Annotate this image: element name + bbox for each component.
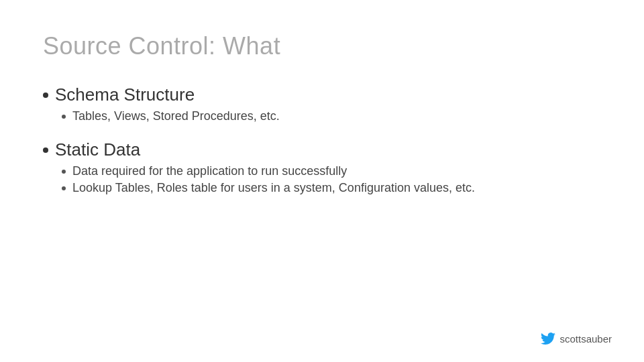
- static-data-sub-bullet-1: Lookup Tables, Roles table for users in …: [62, 181, 601, 195]
- schema-sub-text-0: Tables, Views, Stored Procedures, etc.: [72, 109, 280, 123]
- static-data-sub-text-1: Lookup Tables, Roles table for users in …: [72, 181, 475, 195]
- section-schema: Schema Structure Tables, Views, Stored P…: [43, 84, 601, 123]
- static-data-sub-bullet-0: Data required for the application to run…: [62, 164, 601, 178]
- content-area: Schema Structure Tables, Views, Stored P…: [43, 84, 601, 195]
- schema-bullet-dot: [43, 93, 48, 98]
- static-data-main-text: Static Data: [55, 139, 140, 160]
- schema-sub-bullets: Tables, Views, Stored Procedures, etc.: [43, 109, 601, 123]
- schema-main-bullet: Schema Structure: [43, 84, 601, 105]
- static-data-bullet-dot: [43, 147, 48, 153]
- section-static-data: Static Data Data required for the applic…: [43, 139, 601, 195]
- schema-main-text: Schema Structure: [55, 84, 195, 105]
- schema-sub-bullet-0: Tables, Views, Stored Procedures, etc.: [62, 109, 601, 123]
- static-data-sub-text-0: Data required for the application to run…: [72, 164, 347, 178]
- slide: Source Control: What Schema Structure Ta…: [0, 0, 644, 362]
- static-data-sub-dot-0: [62, 170, 66, 174]
- static-data-main-bullet: Static Data: [43, 139, 601, 160]
- twitter-bird-icon: [541, 331, 555, 346]
- schema-sub-dot-0: [62, 115, 66, 119]
- twitter-handle-text: scottsauber: [559, 333, 612, 345]
- static-data-sub-bullets: Data required for the application to run…: [43, 164, 601, 195]
- static-data-sub-dot-1: [62, 186, 66, 190]
- twitter-attribution: scottsauber: [541, 331, 612, 346]
- slide-title: Source Control: What: [43, 32, 601, 60]
